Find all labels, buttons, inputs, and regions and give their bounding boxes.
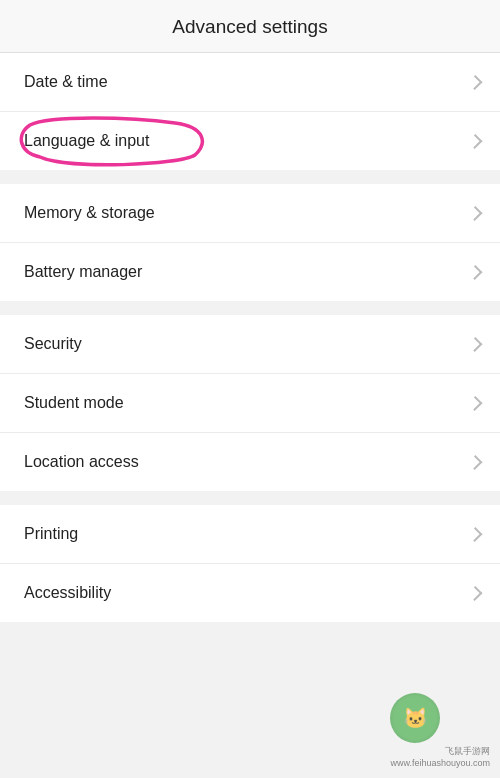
- settings-item-printing[interactable]: Printing: [0, 505, 500, 564]
- chevron-icon-memory-storage: [470, 205, 480, 221]
- chevron-icon-language-input: [470, 133, 480, 149]
- settings-item-accessibility[interactable]: Accessibility: [0, 564, 500, 622]
- group-divider-3: [0, 491, 500, 505]
- page-header: Advanced settings: [0, 0, 500, 53]
- settings-group-4: PrintingAccessibility: [0, 505, 500, 622]
- settings-list: Date & timeLanguage & inputMemory & stor…: [0, 53, 500, 622]
- chevron-icon-location-access: [470, 454, 480, 470]
- chevron-icon-student-mode: [470, 395, 480, 411]
- label-security: Security: [24, 335, 82, 353]
- watermark-text: 飞鼠手游网www.feihuashouyou.com: [390, 745, 490, 768]
- watermark-logo: 🐱: [390, 693, 440, 743]
- label-battery-manager: Battery manager: [24, 263, 142, 281]
- page-title: Advanced settings: [172, 16, 327, 37]
- settings-item-security[interactable]: Security: [0, 315, 500, 374]
- settings-group-3: SecurityStudent modeLocation access: [0, 315, 500, 491]
- watermark: 🐱 飞鼠手游网www.feihuashouyou.com: [390, 693, 490, 768]
- settings-group-1: Date & timeLanguage & input: [0, 53, 500, 170]
- chevron-icon-date-time: [470, 74, 480, 90]
- chevron-icon-battery-manager: [470, 264, 480, 280]
- chevron-icon-accessibility: [470, 585, 480, 601]
- settings-item-date-time[interactable]: Date & time: [0, 53, 500, 112]
- chevron-icon-security: [470, 336, 480, 352]
- group-divider-1: [0, 170, 500, 184]
- settings-item-student-mode[interactable]: Student mode: [0, 374, 500, 433]
- group-divider-2: [0, 301, 500, 315]
- label-printing: Printing: [24, 525, 78, 543]
- settings-item-battery-manager[interactable]: Battery manager: [0, 243, 500, 301]
- label-memory-storage: Memory & storage: [24, 204, 155, 222]
- label-language-input: Language & input: [24, 132, 149, 150]
- settings-group-2: Memory & storageBattery manager: [0, 184, 500, 301]
- settings-item-memory-storage[interactable]: Memory & storage: [0, 184, 500, 243]
- label-student-mode: Student mode: [24, 394, 124, 412]
- chevron-icon-printing: [470, 526, 480, 542]
- label-location-access: Location access: [24, 453, 139, 471]
- settings-item-language-input[interactable]: Language & input: [0, 112, 500, 170]
- label-accessibility: Accessibility: [24, 584, 111, 602]
- settings-item-location-access[interactable]: Location access: [0, 433, 500, 491]
- label-date-time: Date & time: [24, 73, 108, 91]
